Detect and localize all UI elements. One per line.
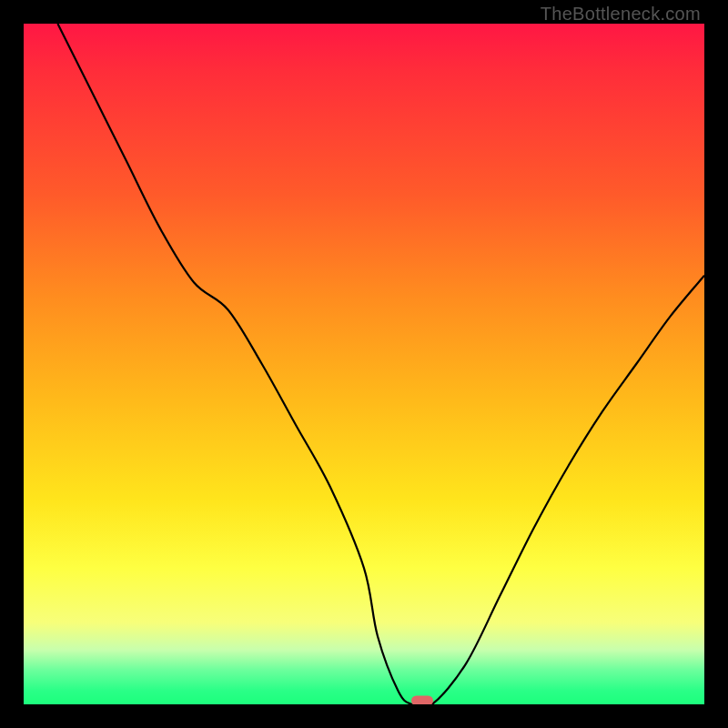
curve-path: [57, 24, 704, 704]
line-curve: [24, 24, 704, 704]
min-marker: [411, 696, 433, 704]
watermark-text: TheBottleneck.com: [541, 4, 701, 25]
plot-area: [24, 24, 704, 704]
chart-frame: TheBottleneck.com: [0, 0, 728, 728]
